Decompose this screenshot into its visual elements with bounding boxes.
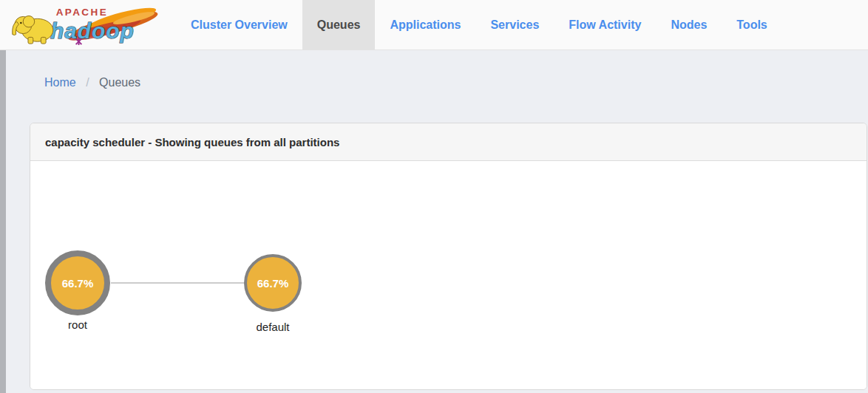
- nav-item-cluster-overview[interactable]: Cluster Overview: [176, 0, 302, 49]
- nav-item-nodes[interactable]: Nodes: [656, 0, 722, 49]
- queue-root-usage: 66.7%: [62, 277, 94, 290]
- nav-items: Cluster Overview Queues Applications Ser…: [176, 0, 782, 49]
- queue-edge-root-default: [111, 282, 244, 284]
- panel-title: capacity scheduler - Showing queues from…: [30, 123, 867, 161]
- breadcrumb: Home / Queues: [44, 76, 140, 89]
- queue-node-default[interactable]: 66.7%: [244, 254, 302, 312]
- breadcrumb-separator: /: [86, 76, 89, 89]
- queue-default-label: default: [228, 321, 317, 333]
- queue-node-root[interactable]: 66.7%: [45, 250, 110, 315]
- logo-apache-text: APACHE: [56, 7, 108, 18]
- capacity-scheduler-panel: capacity scheduler - Showing queues from…: [30, 123, 867, 390]
- breadcrumb-home-link[interactable]: Home: [44, 76, 76, 89]
- nav-item-flow-activity[interactable]: Flow Activity: [554, 0, 656, 49]
- logo-hadoop-text: hadoop: [50, 18, 135, 43]
- breadcrumb-current: Queues: [99, 76, 140, 89]
- queue-default-usage: 66.7%: [257, 277, 289, 290]
- nav-item-applications[interactable]: Applications: [375, 0, 475, 49]
- hadoop-logo[interactable]: APACHE hadoop: [0, 0, 176, 49]
- nav-item-queues[interactable]: Queues: [302, 0, 376, 49]
- top-navbar: APACHE hadoop Cluster Overview Queues Ap…: [0, 0, 868, 50]
- nav-item-tools[interactable]: Tools: [722, 0, 781, 49]
- left-edge-strip: [0, 50, 6, 393]
- hadoop-logo-icon: APACHE hadoop: [7, 3, 172, 47]
- yarn-ui-screen: APACHE hadoop Cluster Overview Queues Ap…: [0, 0, 868, 393]
- nav-item-services[interactable]: Services: [475, 0, 554, 49]
- queue-graph-canvas: 66.7% root 66.7% default: [30, 161, 867, 389]
- queue-root-label: root: [33, 318, 122, 331]
- elephant-icon: [13, 16, 53, 44]
